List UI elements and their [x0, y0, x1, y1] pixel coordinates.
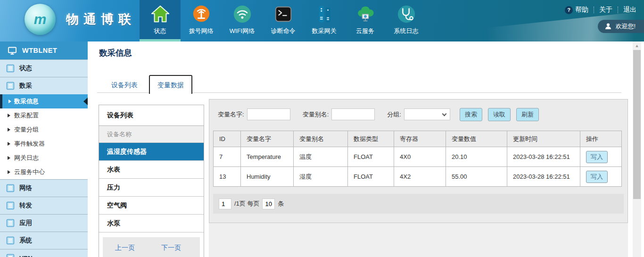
list-icon: [6, 236, 15, 245]
write-button[interactable]: 写入: [586, 151, 608, 163]
scrollbar-thumb[interactable]: [633, 50, 641, 199]
triangle-right-icon: [8, 128, 10, 132]
main-content: 数采信息 设备列表 变量数据 设备列表 设备名称 温湿度传感器 水表 压力 空气…: [88, 41, 633, 257]
nav-item-cloud-service[interactable]: 云服务: [345, 0, 386, 41]
device-column-header: 设备名称: [99, 126, 204, 143]
device-item-pressure[interactable]: 压力: [99, 179, 204, 197]
sidebar-item-label: 转发: [19, 201, 32, 210]
cell-name: Humidity: [241, 167, 294, 187]
variable-name-input[interactable]: [247, 108, 290, 120]
sidebar-item-vpn[interactable]: VPN: [0, 249, 88, 257]
next-page-link[interactable]: 下一页: [161, 244, 181, 252]
cell-value: 20.10: [446, 147, 507, 167]
sidebar-item-label: 状态: [19, 64, 32, 73]
refresh-button[interactable]: 刷新: [516, 108, 539, 121]
dial-network-icon: [191, 4, 212, 25]
variable-alias-input[interactable]: [331, 108, 375, 120]
device-item-temp-humidity-sensor[interactable]: 温湿度传感器: [99, 143, 204, 161]
nav-item-dial-network[interactable]: 拨号网络: [181, 0, 222, 41]
variable-table: ID 变量名字 变量别名 数据类型 寄存器 变量数值 更新时间 操作 7: [213, 131, 622, 187]
list-icon: [6, 254, 15, 257]
sidebar-item-status[interactable]: 状态: [0, 59, 88, 77]
prev-page-link[interactable]: 上一页: [115, 244, 135, 252]
scroll-up-icon[interactable]: ▲: [633, 41, 641, 50]
sidebar-subitem-cloud-center[interactable]: 云服务中心: [0, 165, 88, 179]
sidebar: WTBLNET 状态 数采 数采信息 数采配置 变量分组 事件触发器: [0, 41, 88, 257]
write-button[interactable]: 写入: [586, 171, 608, 183]
monitor-icon: [8, 46, 17, 55]
sidebar-subitem-label: 事件触发器: [14, 140, 45, 148]
cell-alias: 湿度: [294, 167, 348, 187]
device-item-water-pump[interactable]: 水泵: [99, 215, 204, 232]
variable-data-panel: 变量名字: 变量别名: 分组: 搜索 读取 刷新: [209, 99, 628, 223]
group-select[interactable]: [404, 108, 450, 120]
sidebar-item-label: 网络: [19, 184, 32, 192]
sidebar-subitem-label: 数采配置: [14, 111, 39, 120]
list-icon: [6, 184, 15, 192]
sidebar-subitem-gateway-log[interactable]: 网关日志: [0, 151, 88, 165]
scrollbar[interactable]: ▲: [633, 41, 641, 257]
triangle-right-icon: [8, 170, 10, 174]
cell-datatype: FLOAT: [348, 167, 394, 187]
read-button[interactable]: 读取: [488, 108, 511, 121]
column-header-name: 变量名字: [241, 131, 294, 147]
page-size-input[interactable]: [262, 199, 275, 209]
sidebar-item-collect[interactable]: 数采: [0, 77, 88, 94]
tabs: 设备列表 变量数据: [104, 75, 192, 94]
table-row: 13 Humidity 湿度 FLOAT 4X2 55.00 2023-03-2…: [214, 167, 622, 187]
brand-name: 物通博联: [66, 11, 136, 28]
sidebar-subitem-label: 变量分组: [14, 125, 39, 134]
page-input[interactable]: [219, 199, 231, 209]
nav-item-label: 诊断命令: [271, 27, 296, 35]
cell-value: 55.00: [446, 167, 507, 187]
device-item-air-valve[interactable]: 空气阀: [99, 197, 204, 215]
nav-item-system-log[interactable]: 系统日志: [386, 0, 427, 41]
sidebar-subitem-collect-info[interactable]: 数采信息: [0, 94, 88, 108]
variable-alias-label: 变量别名:: [303, 110, 329, 119]
device-item-water-meter[interactable]: 水表: [99, 161, 204, 179]
sidebar-item-network[interactable]: 网络: [0, 179, 88, 197]
help-link[interactable]: 帮助: [575, 6, 588, 14]
globe-logo-icon: m: [25, 4, 56, 35]
list-icon: [6, 82, 15, 90]
page-unit-label: 条: [278, 199, 284, 208]
about-link[interactable]: 关于: [599, 6, 612, 14]
tab-device-list[interactable]: 设备列表: [104, 76, 145, 94]
cell-register: 4X0: [394, 147, 446, 167]
cloud-service-icon: [355, 4, 376, 25]
active-item-arrow: [83, 98, 88, 105]
cell-name: Temperature: [241, 147, 294, 167]
cell-register: 4X2: [394, 167, 446, 187]
welcome-text: 欢迎您!: [615, 22, 636, 31]
nav-item-diagnostic-command[interactable]: 诊断命令: [263, 0, 304, 41]
welcome-badge[interactable]: 欢迎您!: [598, 20, 644, 33]
triangle-right-icon: [8, 99, 11, 103]
variable-data-region: 变量名字: 变量别名: 分组: 搜索 读取 刷新: [209, 99, 628, 257]
column-header-id: ID: [214, 131, 241, 147]
variable-name-label: 变量名字:: [218, 110, 244, 119]
logout-link[interactable]: 退出: [623, 6, 636, 14]
top-header: m 物通博联 状态 拨号网络 WIFI网络: [0, 0, 644, 41]
sidebar-item-system[interactable]: 系统: [0, 232, 88, 249]
sidebar-item-application[interactable]: 应用: [0, 214, 88, 232]
sidebar-item-forward[interactable]: 转发: [0, 197, 88, 214]
gateway-icon: [314, 4, 335, 25]
nav-item-data-gateway[interactable]: 数采网关: [304, 0, 345, 41]
group-label: 分组:: [387, 110, 401, 119]
sidebar-subitem-collect-config[interactable]: 数采配置: [0, 108, 88, 123]
column-header-alias: 变量别名: [294, 131, 348, 147]
nav-item-label: 云服务: [356, 27, 374, 35]
nav-item-status[interactable]: 状态: [140, 0, 181, 41]
device-list-header: 设备列表: [99, 105, 204, 126]
cell-action: 写入: [580, 167, 622, 187]
column-header-register: 寄存器: [394, 131, 446, 147]
triangle-right-icon: [8, 156, 10, 160]
sidebar-item-label: 应用: [19, 219, 32, 227]
search-button[interactable]: 搜索: [460, 108, 482, 121]
tab-variable-data[interactable]: 变量数据: [149, 75, 192, 94]
sidebar-subitem-variable-group[interactable]: 变量分组: [0, 123, 88, 137]
cell-updated: 2023-03-28 16:22:51: [507, 147, 580, 167]
sidebar-subitem-event-trigger[interactable]: 事件触发器: [0, 137, 88, 151]
cell-alias: 温度: [294, 147, 348, 167]
nav-item-wifi-network[interactable]: WIFI网络: [222, 0, 263, 41]
